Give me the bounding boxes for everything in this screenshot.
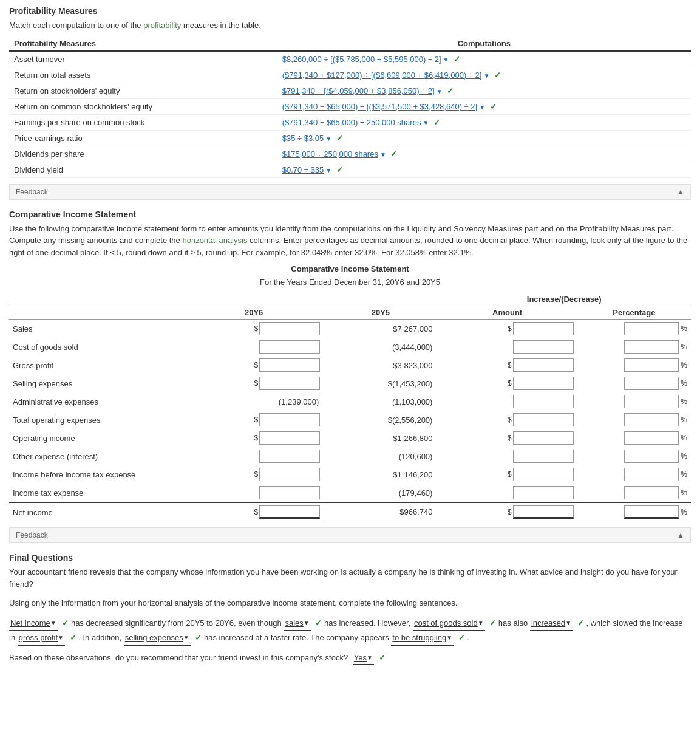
yes-dropdown[interactable]: Yes ▼ — [353, 652, 374, 665]
prof-measure-cell: Earnings per share on common stock — [9, 114, 277, 130]
inc-pct-input[interactable] — [624, 450, 679, 463]
inc-20y6-input[interactable] — [259, 450, 320, 463]
comp-link[interactable]: $175,000 ÷ 250,000 shares — [282, 149, 378, 159]
cogs-dropdown[interactable]: cost of goods sold ▼ — [413, 616, 485, 631]
dropdown-arrow-selling[interactable]: ▼ — [183, 632, 189, 643]
inc-pct-input[interactable] — [624, 468, 679, 481]
inc-amount-input[interactable] — [513, 431, 574, 445]
inc-20y5-cell: $7,267,000 — [324, 320, 437, 338]
gross-profit-dropdown[interactable]: gross profit ▼ — [18, 631, 65, 645]
dropdown-arrow-cogs[interactable]: ▼ — [478, 618, 484, 629]
inc-amount-input[interactable] — [513, 413, 574, 426]
comp-link[interactable]: $791,340 ÷ [($4,059,000 + $3,856,050) ÷ … — [282, 86, 435, 95]
inc-pct-input[interactable] — [624, 505, 679, 519]
inc-amount-input[interactable] — [513, 486, 574, 499]
inc-amount-input[interactable] — [513, 377, 574, 390]
dropdown-arrow-struggling[interactable]: ▼ — [446, 632, 452, 643]
instruction-end: measures in the table. — [183, 21, 261, 30]
inc-label: Other expense (interest) — [9, 447, 184, 465]
sales-dropdown[interactable]: sales ▼ — [284, 616, 310, 631]
comp-link[interactable]: $0.70 ÷ $35 — [282, 165, 324, 174]
inc-20y6-cell: $ — [184, 465, 324, 484]
inc-pct-input[interactable] — [624, 377, 679, 390]
inc-pct-input[interactable] — [624, 431, 679, 445]
inc-20y6-input[interactable] — [259, 431, 320, 445]
prof-computation-cell: $0.70 ÷ $35▼ ✓ — [277, 162, 691, 177]
dollar-sign-amount: $ — [508, 361, 512, 369]
selling-expenses-dropdown[interactable]: selling expenses ▼ — [124, 631, 191, 645]
check-mark: ✓ — [334, 165, 343, 174]
inc-amount-input[interactable] — [513, 358, 574, 372]
computation-dropdown[interactable]: ▼ — [479, 104, 485, 111]
inc-pct-input[interactable] — [624, 322, 679, 335]
comp-link[interactable]: $35 ÷ $3.05 — [282, 134, 324, 143]
sentence1-end: . — [467, 633, 469, 642]
dollar-sign: $ — [254, 470, 259, 479]
inc-pct-input[interactable] — [624, 413, 679, 426]
dropdown-arrow-sales[interactable]: ▼ — [304, 618, 310, 629]
dropdown-arrow-net-income[interactable]: ▼ — [50, 618, 56, 629]
inc-20y6-input[interactable] — [259, 486, 320, 499]
computation-dropdown[interactable]: ▼ — [483, 72, 489, 79]
inc-20y6-input[interactable] — [259, 340, 320, 354]
inc-pct-cell: % — [577, 465, 691, 484]
inc-amount-input[interactable] — [513, 340, 574, 354]
inc-amount-input[interactable] — [513, 322, 574, 335]
profitability-table: Profitability Measures Computations Asse… — [9, 36, 691, 178]
prof-measure-cell: Return on total assets — [9, 67, 277, 83]
feedback-icon-1: ▲ — [677, 188, 684, 196]
inc-label: Net income — [9, 502, 184, 521]
inc-pct-input[interactable] — [624, 486, 679, 499]
inc-pct-input[interactable] — [624, 340, 679, 354]
dollar-sign: $ — [254, 324, 259, 333]
struggling-dropdown[interactable]: to be struggling ▼ — [391, 631, 454, 645]
computation-dropdown[interactable]: ▼ — [423, 120, 429, 126]
inc-amount-input[interactable] — [513, 505, 574, 519]
inc-pct-input[interactable] — [624, 358, 679, 372]
inc-pct-input[interactable] — [624, 395, 679, 408]
dropdown-arrow-gross-profit[interactable]: ▼ — [58, 632, 64, 643]
inc-row: Other expense (interest)(120,600)% — [9, 447, 691, 465]
comp-link[interactable]: ($791,340 − $65,000) ÷ 250,000 shares — [282, 118, 421, 127]
inc-20y6-input[interactable] — [259, 377, 320, 390]
computation-dropdown[interactable]: ▼ — [443, 56, 449, 63]
inc-row: Selling expenses$$(1,453,200)$% — [9, 374, 691, 392]
dropdown-arrow-yes[interactable]: ▼ — [367, 653, 373, 663]
feedback-label-2: Feedback — [16, 531, 48, 539]
inc-20y5-cell: (120,600) — [324, 447, 437, 465]
th-blank1 — [184, 293, 324, 306]
inc-amount-cell — [437, 338, 577, 356]
income-stmt-feedback[interactable]: Feedback ▲ — [9, 527, 691, 543]
inc-amount-input[interactable] — [513, 395, 574, 408]
inc-amount-input[interactable] — [513, 450, 574, 463]
profitability-feedback[interactable]: Feedback ▲ — [9, 184, 691, 200]
inc-20y6-input[interactable] — [259, 505, 320, 519]
prof-computation-cell: $35 ÷ $3.05▼ ✓ — [277, 130, 691, 146]
sentence1-mid1: has increased. However, — [324, 618, 413, 628]
dropdown-arrow-increased[interactable]: ▼ — [565, 618, 571, 629]
check-7: ✓ — [458, 633, 465, 642]
check-6: ✓ — [195, 633, 202, 642]
comp-link[interactable]: $8,260,000 ÷ [($5,785,000 + $5,595,000) … — [282, 55, 441, 64]
profitability-link[interactable]: profitability — [143, 21, 181, 30]
inc-20y6-input[interactable] — [259, 358, 320, 372]
inc-label: Operating income — [9, 429, 184, 447]
inc-20y6-input[interactable] — [259, 413, 320, 426]
net-income-dropdown[interactable]: Net income ▼ — [9, 616, 58, 631]
increased-dropdown[interactable]: increased ▼ — [530, 616, 573, 631]
inc-amount-cell: $ — [437, 465, 577, 484]
comp-link[interactable]: ($791,340 + $127,000) ÷ [($6,609,000 + $… — [282, 70, 482, 80]
horizontal-analysis-link[interactable]: horizontal analysis — [182, 236, 247, 245]
computation-dropdown[interactable]: ▼ — [437, 88, 443, 95]
computation-dropdown[interactable]: ▼ — [380, 151, 386, 158]
inc-amount-cell: $ — [437, 429, 577, 447]
computation-dropdown[interactable]: ▼ — [325, 167, 331, 174]
computation-dropdown[interactable]: ▼ — [325, 135, 331, 142]
inc-amount-input[interactable] — [513, 468, 574, 481]
yes-label: Yes — [354, 652, 367, 665]
final-title: Final Questions — [9, 553, 691, 563]
comp-link[interactable]: ($791,340 − $65,000) ÷ [($3,571,500 + $3… — [282, 102, 477, 111]
inc-20y6-input[interactable] — [259, 322, 320, 335]
check-mark: ✓ — [451, 55, 460, 64]
inc-20y6-input[interactable] — [259, 468, 320, 481]
